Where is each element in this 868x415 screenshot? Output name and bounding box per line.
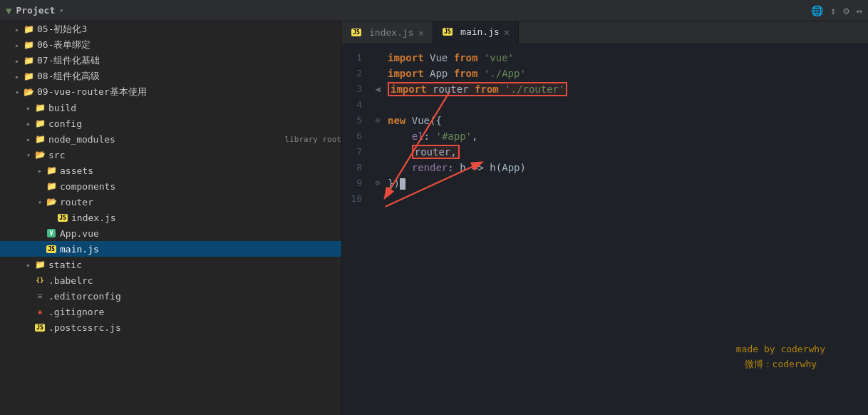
arrow-open-icon — [34, 196, 46, 208]
sidebar-item-label: 05-初始化3 — [37, 23, 341, 36]
sidebar-item-assets[interactable]: assets — [0, 163, 341, 178]
main-layout: 05-初始化3 06-表单绑定 07-组件化基础 08-组件化高级 09-vue… — [0, 21, 868, 415]
line-content: new Vue({ — [385, 113, 868, 128]
sidebar-item-07[interactable]: 07-组件化基础 — [0, 53, 341, 68]
sort-icon[interactable]: ↕ — [830, 5, 836, 16]
git-file-icon — [34, 306, 46, 317]
sidebar-item-config[interactable]: config — [0, 116, 341, 131]
arrow-icon — [23, 133, 34, 145]
arrow-open-icon — [11, 86, 23, 98]
code-line-3: 3 ◀ import router from './router' — [342, 81, 868, 97]
arrow-icon — [34, 165, 46, 176]
gear-icon[interactable]: ⚙ — [843, 5, 849, 16]
code-editor[interactable]: 1 import Vue from 'vue' 2 import App fro… — [342, 44, 868, 415]
line-number: 3 — [342, 81, 371, 97]
sidebar-item-src[interactable]: src — [0, 147, 341, 163]
sidebar-item-label: 07-组件化基础 — [37, 54, 341, 67]
sidebar-item-label: assets — [60, 165, 341, 176]
js-file-icon — [46, 243, 57, 255]
folder-closed-icon — [46, 165, 57, 176]
title-bar-left: ▼ Project ▾ — [6, 5, 63, 16]
line-gutter: ⊖ — [371, 113, 385, 128]
arrow-icon — [11, 55, 23, 66]
tab-index-js[interactable]: index.js ✕ — [342, 21, 433, 43]
folder-closed-icon — [34, 102, 46, 113]
folder-closed-icon — [23, 71, 34, 82]
expand-icon[interactable]: ↔ — [857, 5, 862, 16]
tab-label: index.js — [369, 27, 414, 38]
sidebar-item-node-modules[interactable]: node_modules library root — [0, 131, 341, 147]
sidebar-item-babelrc[interactable]: .babelrc — [0, 272, 341, 288]
code-line-2: 2 import App from './App' — [342, 66, 868, 81]
library-badge: library root — [285, 135, 341, 144]
sidebar-item-label: App.vue — [60, 228, 341, 239]
globe-icon[interactable]: 🌐 — [811, 5, 823, 16]
sidebar-item-label: components — [60, 181, 341, 192]
tab-main-js[interactable]: main.js ✕ — [433, 21, 519, 43]
line-number: 10 — [342, 191, 371, 207]
sidebar-item-components[interactable]: components — [0, 178, 341, 194]
tab-close-button[interactable]: ✕ — [418, 28, 424, 38]
line-number: 7 — [342, 144, 371, 160]
sidebar-item-label: main.js — [60, 244, 341, 255]
sidebar-item-label: 06-表单绑定 — [37, 39, 341, 51]
code-line-6: 6 el: '#app', — [342, 128, 868, 144]
js-file-icon — [34, 322, 46, 333]
sidebar-item-label: config — [48, 118, 341, 129]
arrow-icon — [11, 39, 23, 51]
line-content: }) — [385, 175, 868, 191]
sidebar: 05-初始化3 06-表单绑定 07-组件化基础 08-组件化高级 09-vue… — [0, 21, 342, 415]
title-bar: ▼ Project ▾ 🌐 ↕ ⚙ ↔ — [0, 0, 868, 21]
sidebar-item-router-index[interactable]: index.js — [0, 210, 341, 225]
folder-open-icon — [46, 196, 57, 208]
tabs-bar: index.js ✕ main.js ✕ — [342, 21, 868, 44]
sidebar-item-08[interactable]: 08-组件化高级 — [0, 68, 341, 84]
folder-closed-icon — [34, 259, 46, 270]
vue-file-icon — [46, 227, 57, 239]
sidebar-item-label: 08-组件化高级 — [37, 70, 341, 83]
sidebar-item-05[interactable]: 05-初始化3 — [0, 21, 341, 37]
text-file-icon — [34, 290, 46, 302]
watermark-line2: 微博：coderwhy — [736, 357, 825, 372]
arrow-icon — [23, 102, 34, 113]
sidebar-item-build[interactable]: build — [0, 100, 341, 116]
line-content: import router from './router' — [385, 81, 868, 97]
sidebar-item-label: .babelrc — [48, 275, 341, 286]
sidebar-item-router[interactable]: router — [0, 194, 341, 210]
line-content: el: '#app', — [385, 128, 868, 144]
sidebar-item-label: static — [48, 260, 341, 270]
sidebar-item-gitignore[interactable]: .gitignore — [0, 304, 341, 319]
sidebar-item-06[interactable]: 06-表单绑定 — [0, 37, 341, 53]
watermark-line1: made by coderwhy — [736, 342, 825, 357]
line-number: 9 — [342, 175, 371, 191]
tab-js-icon — [442, 26, 453, 38]
code-line-4: 4 — [342, 97, 868, 113]
dropdown-arrow[interactable]: ▾ — [59, 6, 63, 14]
line-number: 2 — [342, 66, 371, 81]
folder-closed-icon — [46, 180, 57, 192]
line-number: 4 — [342, 97, 371, 113]
sidebar-item-main-js[interactable]: main.js — [0, 241, 341, 257]
line-gutter: ⊖ — [371, 175, 385, 191]
folder-closed-icon — [23, 55, 34, 66]
folder-open-icon — [34, 149, 46, 160]
sidebar-item-09[interactable]: 09-vue-router基本使用 — [0, 84, 341, 100]
sidebar-item-app-vue[interactable]: App.vue — [0, 225, 341, 241]
sidebar-item-label: 09-vue-router基本使用 — [37, 86, 341, 98]
line-content: import App from './App' — [385, 66, 868, 81]
title-bar-icons: 🌐 ↕ ⚙ ↔ — [811, 5, 862, 16]
sidebar-item-postcssrc[interactable]: .postcssrc.js — [0, 319, 341, 335]
line-number: 5 — [342, 113, 371, 128]
tab-js-icon — [351, 27, 362, 39]
line-number: 1 — [342, 50, 371, 66]
tab-close-button[interactable]: ✕ — [504, 27, 510, 37]
code-line-8: 8 render: h => h(App) — [342, 160, 868, 175]
sidebar-item-editorconfig[interactable]: .editorconfig — [0, 288, 341, 304]
code-line-10: 10 — [342, 191, 868, 207]
arrow-icon — [11, 71, 23, 82]
arrow-icon — [11, 24, 23, 35]
sidebar-item-static[interactable]: static — [0, 257, 341, 272]
editor-area: index.js ✕ main.js ✕ 1 import Vue from '… — [342, 21, 868, 415]
sidebar-item-label: .postcssrc.js — [48, 322, 341, 333]
tab-label: main.js — [460, 26, 500, 37]
